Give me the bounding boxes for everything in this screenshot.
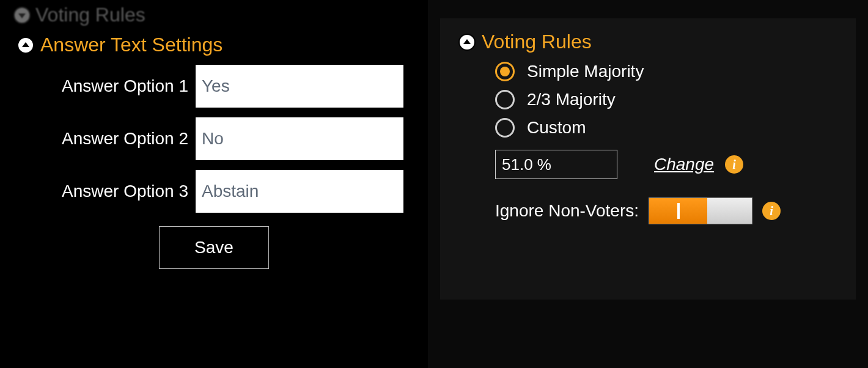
answer-option-2-input[interactable] xyxy=(196,117,403,160)
collapse-answer-settings-button[interactable] xyxy=(17,37,34,54)
answer-option-1-row: Answer Option 1 xyxy=(0,60,428,112)
voting-rules-title: Voting Rules xyxy=(482,31,592,53)
info-icon[interactable]: i xyxy=(725,155,743,174)
voting-rules-header: Voting Rules xyxy=(458,31,844,53)
info-icon[interactable]: i xyxy=(762,202,781,220)
chevron-up-icon xyxy=(22,42,29,47)
radio-custom-label: Custom xyxy=(527,118,586,138)
left-panel: Voting Rules Answer Text Settings Answer… xyxy=(0,0,428,368)
answer-option-3-label: Answer Option 3 xyxy=(24,182,188,201)
ignore-non-voters-row: Ignore Non-Voters: i xyxy=(495,197,844,224)
answer-option-3-input[interactable] xyxy=(196,170,403,213)
save-row: Save xyxy=(0,218,428,269)
answer-text-settings-header: Answer Text Settings xyxy=(0,30,428,60)
change-link[interactable]: Change xyxy=(654,155,714,174)
chevron-up-icon xyxy=(463,39,471,44)
ignore-non-voters-label: Ignore Non-Voters: xyxy=(495,201,639,221)
save-button[interactable]: Save xyxy=(159,226,269,269)
collapse-voting-rules-button[interactable] xyxy=(458,34,476,51)
radio-simple-majority-row[interactable]: Simple Majority xyxy=(495,62,844,81)
ignore-non-voters-toggle[interactable] xyxy=(649,197,752,224)
answer-option-1-label: Answer Option 1 xyxy=(24,76,188,96)
answer-option-2-label: Answer Option 2 xyxy=(24,129,188,149)
answer-option-3-row: Answer Option 3 xyxy=(0,165,428,218)
section-title: Answer Text Settings xyxy=(40,34,223,56)
percent-row: 51.0 % Change i xyxy=(495,150,844,179)
collapsed-voting-rules-row: Voting Rules xyxy=(0,0,428,30)
radio-two-thirds-label: 2/3 Majority xyxy=(527,90,616,109)
percent-value-box[interactable]: 51.0 % xyxy=(495,150,617,179)
toggle-on-side xyxy=(649,198,707,224)
right-panel: Voting Rules Simple Majority 2/3 Majorit… xyxy=(440,18,856,300)
chevron-down-icon xyxy=(18,13,26,18)
radio-two-thirds[interactable] xyxy=(495,90,515,109)
radio-simple-majority[interactable] xyxy=(495,62,515,81)
toggle-off-side xyxy=(707,198,752,224)
radio-custom[interactable] xyxy=(495,118,515,138)
collapsed-section-title: Voting Rules xyxy=(35,4,145,26)
radio-two-thirds-row[interactable]: 2/3 Majority xyxy=(495,90,844,109)
toggle-handle-icon xyxy=(677,203,680,219)
radio-custom-row[interactable]: Custom xyxy=(495,118,844,138)
expand-voting-rules-button[interactable] xyxy=(13,7,31,24)
radio-simple-majority-label: Simple Majority xyxy=(527,62,644,81)
radio-selected-icon xyxy=(500,67,510,76)
answer-option-1-input[interactable] xyxy=(196,65,403,108)
answer-option-2-row: Answer Option 2 xyxy=(0,112,428,165)
